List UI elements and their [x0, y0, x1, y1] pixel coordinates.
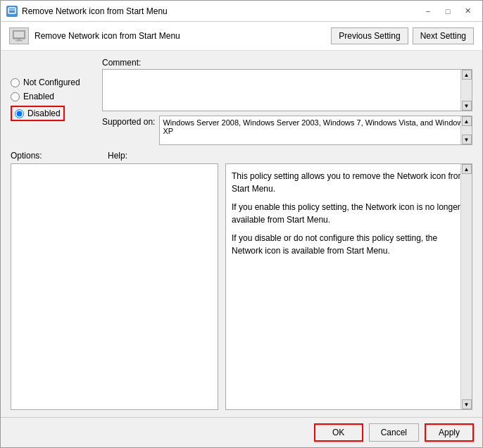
previous-setting-button[interactable]: Previous Setting [331, 27, 408, 44]
main-window: Remove Network icon from Start Menu − □ … [0, 0, 483, 448]
radio-panel: Not Configured Enabled Disabled [11, 58, 102, 145]
sub-header-title: Remove Network icon from Start Menu [34, 31, 180, 41]
next-setting-button[interactable]: Next Setting [413, 27, 474, 44]
svg-rect-0 [8, 8, 15, 13]
window-controls: − □ ✕ [419, 4, 477, 18]
svg-rect-5 [15, 40, 23, 42]
options-panel [11, 163, 218, 410]
window-title: Remove Network icon from Start Menu [22, 6, 419, 16]
not-configured-radio[interactable] [11, 78, 20, 87]
maximize-button[interactable]: □ [439, 4, 457, 18]
enabled-option[interactable]: Enabled [11, 92, 102, 101]
minimize-button[interactable]: − [419, 4, 437, 18]
close-button[interactable]: ✕ [458, 4, 477, 18]
help-paragraph-1: This policy setting allows you to remove… [232, 170, 466, 195]
help-text: This policy setting allows you to remove… [226, 164, 472, 409]
right-panel: Comment: ▲ ▼ Supported on: Windows Serve… [102, 58, 472, 145]
help-panel: This policy setting allows you to remove… [225, 163, 472, 410]
content-area: Not Configured Enabled Disabled [1, 51, 482, 417]
bottom-panels: This policy setting allows you to remove… [11, 163, 472, 410]
help-paragraph-2: If you enable this policy setting, the N… [232, 201, 466, 226]
footer: OK Cancel Apply [1, 417, 482, 447]
scroll-down-arrow[interactable]: ▼ [462, 101, 472, 111]
scroll-track [461, 80, 472, 101]
help-scrollbar[interactable]: ▲ ▼ [460, 164, 472, 409]
enabled-label: Enabled [23, 92, 54, 101]
cancel-button[interactable]: Cancel [369, 423, 419, 442]
sub-header: Remove Network icon from Start Menu Prev… [1, 22, 482, 51]
help-label: Help: [102, 151, 472, 161]
disabled-option[interactable]: Disabled [11, 106, 102, 121]
supported-scrollbar[interactable]: ▲ ▼ [460, 116, 472, 144]
not-configured-option[interactable]: Not Configured [11, 77, 102, 87]
supported-scroll-up[interactable]: ▲ [462, 116, 472, 126]
scroll-up-arrow[interactable]: ▲ [462, 70, 472, 80]
comment-box: ▲ ▼ [102, 69, 472, 111]
top-section: Not Configured Enabled Disabled [11, 58, 472, 145]
ok-button[interactable]: OK [314, 423, 363, 442]
supported-scroll-track [461, 126, 472, 135]
help-paragraph-3: If you disable or do not configure this … [232, 232, 466, 257]
disabled-radio[interactable] [15, 109, 24, 118]
help-scroll-up[interactable]: ▲ [462, 164, 472, 174]
supported-scroll-down[interactable]: ▼ [462, 135, 472, 144]
comment-label: Comment: [102, 58, 472, 68]
help-scroll-down[interactable]: ▼ [462, 399, 472, 409]
comment-scrollbar[interactable]: ▲ ▼ [460, 70, 472, 111]
sub-header-icon [9, 27, 29, 44]
supported-section: Supported on: Windows Server 2008, Windo… [102, 116, 472, 145]
not-configured-label: Not Configured [23, 77, 80, 87]
supported-label: Supported on: [102, 116, 155, 127]
comment-textarea[interactable] [103, 70, 460, 111]
supported-box: Windows Server 2008, Windows Server 2003… [159, 116, 472, 145]
supported-text: Windows Server 2008, Windows Server 2003… [160, 116, 472, 144]
disabled-label: Disabled [27, 108, 61, 118]
disabled-box: Disabled [11, 106, 65, 121]
middle-labels: Options: Help: [11, 151, 472, 161]
nav-buttons: Previous Setting Next Setting [331, 27, 474, 44]
help-scroll-track [461, 174, 472, 399]
comment-section: Comment: ▲ ▼ [102, 58, 472, 111]
radio-group: Not Configured Enabled Disabled [11, 77, 102, 121]
sub-header-left: Remove Network icon from Start Menu [9, 27, 180, 44]
options-label: Options: [11, 151, 102, 161]
enabled-radio[interactable] [11, 92, 20, 101]
apply-button[interactable]: Apply [425, 423, 474, 442]
svg-rect-3 [14, 32, 24, 37]
title-bar: Remove Network icon from Start Menu − □ … [1, 1, 482, 22]
window-icon [6, 6, 18, 17]
